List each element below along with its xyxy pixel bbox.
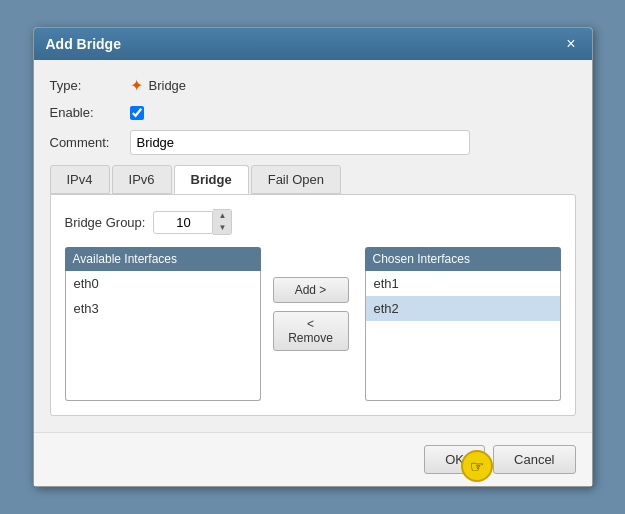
spinner-down-button[interactable]: ▼ bbox=[213, 222, 231, 234]
list-item[interactable]: eth0 bbox=[66, 271, 260, 296]
bridge-group-row: Bridge Group: ▲ ▼ bbox=[65, 209, 561, 235]
enable-row: Enable: bbox=[50, 105, 576, 120]
type-value-container: ✦ Bridge bbox=[130, 76, 187, 95]
add-bridge-dialog: Add Bridge × Type: ✦ Bridge Enable: Comm… bbox=[33, 27, 593, 487]
tab-ipv4[interactable]: IPv4 bbox=[50, 165, 110, 194]
list-item[interactable]: eth2 bbox=[366, 296, 560, 321]
close-button[interactable]: × bbox=[562, 36, 579, 52]
enable-checkbox[interactable] bbox=[130, 106, 144, 120]
comment-row: Comment: bbox=[50, 130, 576, 155]
dialog-footer: OK ☞ Cancel bbox=[34, 432, 592, 486]
bridge-group-label: Bridge Group: bbox=[65, 215, 146, 230]
comment-input[interactable] bbox=[130, 130, 470, 155]
dialog-title: Add Bridge bbox=[46, 36, 121, 52]
cancel-button[interactable]: Cancel bbox=[493, 445, 575, 474]
enable-checkbox-container bbox=[130, 106, 144, 120]
type-text: Bridge bbox=[149, 78, 187, 93]
action-buttons: Add > < Remove bbox=[273, 247, 353, 351]
list-item[interactable]: eth3 bbox=[66, 296, 260, 321]
tab-failopen[interactable]: Fail Open bbox=[251, 165, 341, 194]
add-button[interactable]: Add > bbox=[273, 277, 349, 303]
available-interfaces-list: eth0 eth3 bbox=[65, 271, 261, 401]
bridge-group-spinner: ▲ ▼ bbox=[153, 209, 232, 235]
spinner-up-button[interactable]: ▲ bbox=[213, 210, 231, 222]
spinner-buttons: ▲ ▼ bbox=[213, 209, 232, 235]
available-interfaces-header: Available Interfaces bbox=[65, 247, 261, 271]
bridge-tab-content: Bridge Group: ▲ ▼ Available Interfaces e… bbox=[50, 194, 576, 416]
bridge-group-input[interactable] bbox=[153, 211, 213, 234]
dialog-header: Add Bridge × bbox=[34, 28, 592, 60]
comment-label: Comment: bbox=[50, 135, 130, 150]
type-label: Type: bbox=[50, 78, 130, 93]
enable-label: Enable: bbox=[50, 105, 130, 120]
list-item[interactable]: eth1 bbox=[366, 271, 560, 296]
tab-bridge[interactable]: Bridge bbox=[174, 165, 249, 194]
interfaces-area: Available Interfaces eth0 eth3 Add > < R… bbox=[65, 247, 561, 401]
chosen-interfaces-list: eth1 eth2 bbox=[365, 271, 561, 401]
tab-ipv6[interactable]: IPv6 bbox=[112, 165, 172, 194]
chosen-interfaces-container: Chosen Interfaces eth1 eth2 bbox=[365, 247, 561, 401]
chosen-interfaces-header: Chosen Interfaces bbox=[365, 247, 561, 271]
dialog-body: Type: ✦ Bridge Enable: Comment: IPv4 IPv… bbox=[34, 60, 592, 432]
type-row: Type: ✦ Bridge bbox=[50, 76, 576, 95]
tabs-container: IPv4 IPv6 Bridge Fail Open bbox=[50, 165, 576, 194]
available-interfaces-container: Available Interfaces eth0 eth3 bbox=[65, 247, 261, 401]
cursor-indicator: ☞ bbox=[461, 450, 493, 482]
remove-button[interactable]: < Remove bbox=[273, 311, 349, 351]
ok-button-wrapper: OK ☞ bbox=[424, 445, 485, 474]
type-icon: ✦ bbox=[130, 76, 143, 95]
